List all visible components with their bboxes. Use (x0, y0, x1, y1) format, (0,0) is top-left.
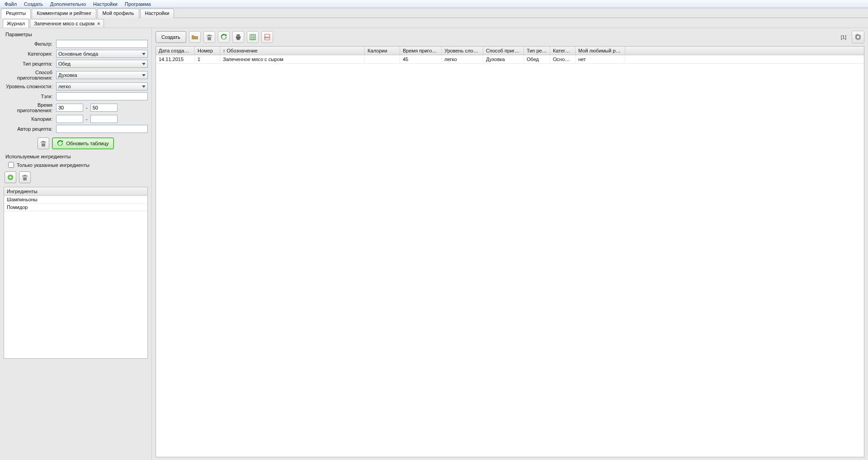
cell-type: Обед (524, 55, 550, 63)
svg-text:PDF: PDF (265, 36, 270, 39)
col-difficulty[interactable]: Уровень сложности (442, 47, 483, 55)
author-label: Автор рецепта: (4, 126, 54, 132)
cell-time: 45 (400, 55, 442, 63)
method-select[interactable]: Духовка (56, 71, 148, 79)
tags-input[interactable] (56, 92, 148, 100)
grid-header: Дата создания Номер ↑ Обозначение Калори… (156, 47, 864, 55)
sub-tabbar: Журнал Запеченное мясо с сыром × (0, 18, 868, 28)
dash-label: - (85, 116, 89, 122)
pdf-icon: PDF (264, 34, 270, 40)
delete-button[interactable] (203, 31, 215, 43)
ingredients-toolbar (5, 171, 148, 183)
dash-label: - (85, 105, 89, 110)
col-date[interactable]: Дата создания (156, 47, 195, 55)
calories-to-input[interactable] (90, 115, 118, 123)
calories-range: - (56, 115, 148, 123)
export-excel-button[interactable] (247, 31, 259, 43)
col-category[interactable]: Категория (550, 47, 576, 55)
trash-icon (40, 140, 47, 147)
tab-settings[interactable]: Настройки (140, 9, 175, 18)
menu-program[interactable]: Программа (122, 1, 154, 7)
menu-extra[interactable]: Дополнительно (47, 1, 89, 7)
type-select[interactable]: Обед (56, 60, 148, 68)
subtab-recipe-open-label: Запеченное мясо с сыром (34, 21, 94, 26)
category-select[interactable]: Основные блюда (56, 50, 148, 58)
subtab-journal[interactable]: Журнал (3, 19, 29, 28)
tab-profile[interactable]: Мой профиль (97, 9, 139, 18)
ingredient-row[interactable]: Помидор (4, 204, 147, 211)
difficulty-label: Уровень сложности: (4, 84, 54, 89)
trash-icon (206, 34, 212, 40)
print-button[interactable] (232, 31, 244, 43)
method-value: Духовка (58, 72, 77, 78)
remove-ingredient-button[interactable] (19, 171, 31, 183)
col-calories[interactable]: Калории (365, 47, 400, 55)
main-toolbar: Создать PDF [1] (156, 31, 864, 43)
col-type[interactable]: Тип рецепта (524, 47, 550, 55)
difficulty-select[interactable]: легко (56, 82, 148, 90)
ingredients-header[interactable]: Ингредиенты (4, 187, 147, 196)
cell-category: Основны... (550, 55, 576, 63)
ingredients-table: Ингредиенты Шампиньоны Помидор (4, 187, 148, 359)
subtab-recipe-open[interactable]: Запеченное мясо с сыром × (30, 19, 104, 28)
ingredients-title: Используемые ингредиенты (5, 154, 148, 159)
type-value: Обед (58, 61, 71, 66)
create-button[interactable]: Создать (156, 31, 186, 43)
trash-icon (22, 174, 28, 180)
calories-label: Калории: (4, 116, 54, 122)
chevron-down-icon (142, 85, 146, 88)
menu-settings[interactable]: Настройки (90, 1, 120, 7)
cell-favorite: нет (576, 55, 625, 63)
refresh-table-button[interactable]: Обновить таблицу (52, 138, 113, 149)
chevron-down-icon (142, 53, 146, 55)
category-label: Категория: (4, 51, 54, 57)
col-time[interactable]: Время приготовле... (400, 47, 442, 55)
gear-icon (854, 33, 862, 41)
ingredient-row[interactable]: Шампиньоны (4, 196, 147, 204)
author-input[interactable] (56, 125, 148, 133)
col-favorite[interactable]: Мой любимый рецепт (576, 47, 625, 55)
col-method[interactable]: Способ приготовл... (483, 47, 524, 55)
cell-calories (365, 55, 400, 63)
content: Параметры Фильтр: Категория: Основные бл… (0, 28, 868, 460)
chevron-down-icon (142, 74, 146, 76)
only-ingredients-row: Только указанные ингредиенты (8, 162, 148, 168)
only-ingredients-label: Только указанные ингредиенты (17, 162, 90, 168)
chevron-down-icon (142, 63, 146, 65)
calories-from-input[interactable] (56, 115, 83, 123)
menu-create[interactable]: Создать (21, 1, 46, 7)
col-name[interactable]: ↑ Обозначение (220, 47, 365, 55)
primary-tabbar: Рецепты Комментарии и рейтинг Мой профил… (0, 8, 868, 18)
results-grid: Дата создания Номер ↑ Обозначение Калори… (156, 46, 864, 457)
only-ingredients-checkbox[interactable] (8, 162, 14, 168)
cell-method: Духовка (483, 55, 524, 63)
add-ingredient-button[interactable] (5, 171, 16, 183)
menubar: Файл Создать Дополнительно Настройки Про… (0, 0, 868, 8)
refresh-button[interactable] (218, 31, 230, 43)
plus-icon (7, 174, 14, 180)
menu-file[interactable]: Файл (2, 1, 19, 7)
close-icon[interactable]: × (97, 21, 100, 26)
type-label: Тип рецепта: (4, 61, 54, 66)
time-to-input[interactable] (90, 104, 118, 112)
tab-recipes[interactable]: Рецепты (1, 9, 31, 18)
filter-panel: Параметры Фильтр: Категория: Основные бл… (0, 28, 152, 460)
clear-filters-button[interactable] (38, 138, 49, 149)
tab-comments[interactable]: Комментарии и рейтинг (32, 9, 96, 18)
folder-icon (191, 33, 198, 41)
filter-input[interactable] (56, 40, 148, 48)
table-row[interactable]: 14.11.2015 1 Запеченное мясо с сыром 45 … (156, 55, 864, 64)
cell-number: 1 (195, 55, 220, 63)
refresh-icon (57, 140, 63, 147)
method-label: Способ приготовления: (4, 70, 54, 81)
settings-button[interactable] (852, 31, 864, 43)
export-pdf-button[interactable]: PDF (261, 31, 273, 43)
row-count-label: [1] (841, 34, 846, 40)
spreadsheet-icon (250, 34, 256, 40)
cell-date: 14.11.2015 (156, 55, 195, 63)
time-from-input[interactable] (56, 104, 83, 112)
open-button[interactable] (189, 31, 201, 43)
results-panel: Создать PDF [1] Дата создания Номер ↑ Об… (152, 28, 868, 460)
filter-label: Фильтр: (4, 41, 54, 47)
col-number[interactable]: Номер (195, 47, 220, 55)
